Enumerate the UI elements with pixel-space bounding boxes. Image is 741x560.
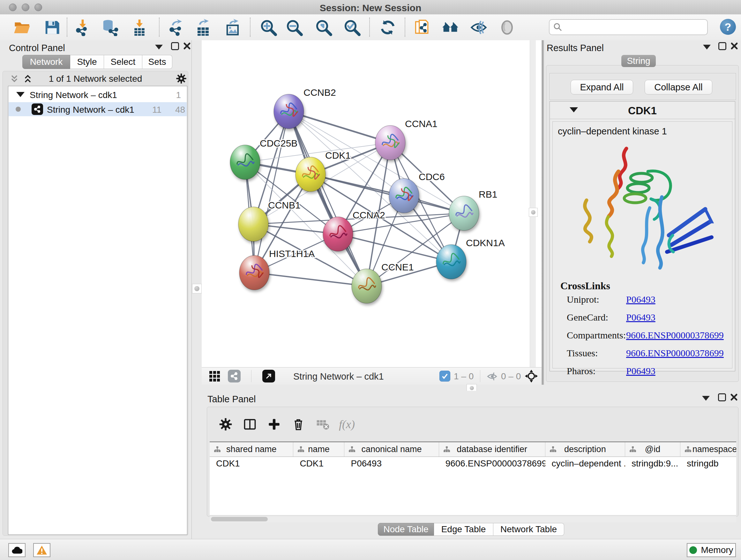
panel-minimize-icon[interactable] [703, 45, 711, 50]
show-columns-button[interactable] [240, 415, 259, 434]
network-node-CCNA1[interactable] [375, 125, 405, 160]
warning-status-button[interactable] [33, 543, 51, 557]
column-header-namespace[interactable]: namespace [680, 442, 736, 456]
panel-minimize-icon[interactable] [702, 396, 710, 401]
zoom-selected-button[interactable] [343, 18, 361, 37]
selected-checkbox-icon[interactable] [440, 371, 450, 381]
table-panel: Table Panel f(x) shared name [202, 391, 741, 539]
panel-float-icon[interactable] [171, 42, 179, 50]
hide-unhide-button[interactable] [470, 18, 488, 37]
left-splitter[interactable] [192, 40, 202, 539]
import-network-from-database-button[interactable] [101, 18, 119, 37]
network-collection-row[interactable]: String Network – cdk1 1 [9, 87, 187, 102]
crosslink-link[interactable]: 9606.ENSP00000378699 [626, 330, 724, 341]
table-horizontal-scrollbar[interactable] [210, 516, 736, 522]
column-type-icon [629, 446, 636, 453]
network-node-CCNB1[interactable] [239, 207, 268, 241]
search-input[interactable] [549, 19, 708, 35]
open-session-button[interactable] [13, 18, 31, 37]
zoom-fit-button[interactable] [315, 18, 333, 37]
result-entry-header[interactable]: CDK1 [550, 102, 735, 119]
network-edge[interactable] [254, 273, 367, 286]
network-node-RB1[interactable] [449, 196, 479, 231]
network-edge[interactable] [289, 111, 367, 286]
right-splitter[interactable] [542, 40, 544, 385]
delete-column-button[interactable] [289, 415, 308, 434]
network-node-CCNA2[interactable] [323, 217, 353, 251]
network-node-CDKN1A[interactable] [436, 245, 466, 279]
panel-close-icon[interactable] [731, 42, 738, 50]
crosslink-link[interactable]: P06493 [626, 294, 656, 305]
network-canvas[interactable]: CCNB2CCNA1CDC25BCDK1CDC6RB1CCNB1CCNA2CDK… [202, 40, 530, 367]
panel-float-icon[interactable] [718, 42, 726, 50]
network-node-label: CDC25B [260, 138, 297, 148]
network-icon [31, 104, 43, 115]
show-hidden-button-disabled[interactable] [498, 18, 516, 37]
import-table-from-file-button[interactable] [131, 18, 148, 37]
table-settings-button[interactable] [216, 415, 235, 434]
toolbar-divider [480, 370, 480, 382]
horizontal-splitter[interactable] [202, 385, 741, 391]
network-node-CCNE1[interactable] [352, 269, 382, 303]
tab-style[interactable]: Style [70, 55, 104, 69]
share-network-file-button[interactable] [414, 18, 432, 37]
panel-close-icon[interactable] [183, 42, 191, 50]
column-header-name[interactable]: name [293, 442, 344, 456]
tab-sets[interactable]: Sets [142, 55, 172, 69]
tab-network[interactable]: Network [22, 55, 70, 69]
crosslink-link[interactable]: P06493 [626, 312, 656, 323]
network-view-title: String Network – cdk1 [293, 371, 384, 382]
export-table-button[interactable] [194, 18, 212, 37]
network-node-HIST1H1A[interactable] [239, 255, 269, 290]
tab-edge-table[interactable]: Edge Table [434, 523, 493, 536]
export-network-button[interactable] [167, 18, 185, 37]
table-row[interactable]: CDK1 CDK1 P06493 9606.ENSP00000378699 cy… [210, 457, 736, 470]
cloud-status-button[interactable] [8, 543, 25, 557]
crosslink-link[interactable]: P06493 [626, 366, 656, 376]
help-button[interactable]: ? [720, 19, 736, 35]
network-side-handle[interactable] [529, 208, 538, 217]
gear-icon[interactable] [176, 73, 187, 84]
tab-network-table[interactable]: Network Table [493, 523, 564, 536]
apply-layout-button[interactable] [379, 18, 397, 37]
open-in-new-window-icon[interactable] [262, 370, 275, 382]
collapse-all-button[interactable]: Collapse All [645, 80, 712, 95]
column-header-description[interactable]: description [545, 442, 625, 456]
memory-status-button[interactable]: Memory [687, 543, 736, 557]
export-image-button[interactable] [224, 18, 242, 37]
network-node-CDK1[interactable] [295, 157, 326, 192]
crosslink-link[interactable]: 9606.ENSP00000378699 [626, 348, 724, 359]
panel-close-icon[interactable] [730, 393, 738, 401]
delete-table-button-disabled[interactable] [313, 415, 332, 434]
add-column-button[interactable] [265, 415, 284, 434]
scrollbar-thumb[interactable] [211, 517, 268, 521]
tab-node-table[interactable]: Node Table [378, 523, 434, 536]
panel-minimize-icon[interactable] [155, 45, 163, 50]
fit-selected-crosshair-icon[interactable] [525, 369, 538, 383]
expand-all-button[interactable]: Expand All [570, 80, 633, 95]
save-session-button[interactable] [43, 18, 61, 37]
column-header-canonical-name[interactable]: canonical name [344, 442, 439, 456]
column-header-database-identifier[interactable]: database identifier [439, 442, 545, 456]
results-tab-string[interactable]: String [621, 55, 656, 67]
tab-select[interactable]: Select [104, 55, 142, 69]
import-network-from-file-button[interactable] [74, 18, 91, 37]
column-header-shared-name[interactable]: shared name [210, 442, 293, 456]
network-node-CDC25B[interactable] [230, 145, 260, 179]
panel-float-icon[interactable] [718, 393, 726, 401]
network-node-CCNB2[interactable] [274, 94, 304, 129]
left-splitter-handle[interactable] [192, 284, 202, 294]
zoom-out-button[interactable] [285, 18, 303, 37]
home-databases-button[interactable] [441, 18, 459, 37]
result-entry-content: cyclin–dependent kinase 1 [552, 121, 732, 368]
column-header-id[interactable]: @id [625, 442, 680, 456]
zoom-in-button[interactable] [259, 18, 277, 37]
tree-expander-icon[interactable] [16, 92, 24, 97]
network-node-CDC6[interactable] [389, 179, 419, 213]
birds-eye-view-icon[interactable] [209, 371, 220, 381]
network-overview-icon[interactable] [228, 370, 241, 382]
eye-gray-icon [498, 19, 516, 36]
network-row-selected[interactable]: String Network – cdk1 11 48 [9, 102, 187, 116]
function-builder-button-disabled[interactable]: f(x) [337, 415, 356, 434]
network-edge[interactable] [289, 111, 390, 143]
